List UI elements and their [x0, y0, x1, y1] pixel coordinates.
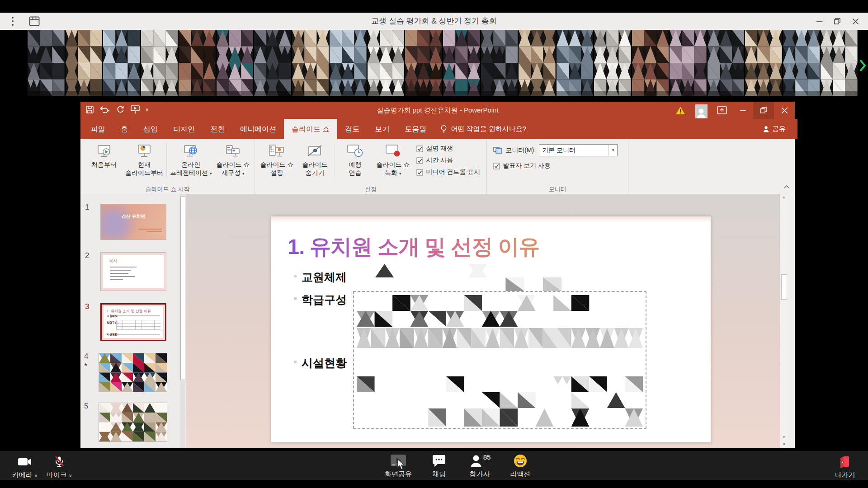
slide-canvas-area: 1. 유치원 소개 및 선정 이유 교원체제 학급구성 시설현황 ▲ ▼ — [186, 194, 788, 448]
chat-button[interactable]: 채팅 — [424, 454, 454, 479]
collapse-ribbon-icon[interactable] — [784, 182, 789, 190]
participants-icon — [470, 455, 482, 467]
ppt-restore-button[interactable] — [753, 102, 774, 119]
participant-video-tile[interactable] — [405, 30, 442, 96]
participant-video-tile[interactable] — [179, 30, 216, 96]
present-online-button[interactable]: 온라인 프레젠테이션 ▾ — [168, 141, 214, 178]
bullet-teacher-system[interactable]: 교원체제 — [302, 270, 347, 285]
checkbox-checked-icon — [493, 163, 500, 169]
slide-title-text[interactable]: 1. 유치원 소개 및 선정 이유 — [288, 233, 540, 261]
lightbulb-icon — [440, 125, 447, 134]
participant-video-tile[interactable] — [330, 30, 367, 96]
slide-thumbnail-2[interactable]: 목차 — [100, 252, 166, 291]
warning-icon[interactable] — [670, 102, 691, 119]
record-slideshow-button[interactable]: 슬라이드 쇼 녹화 ▾ — [374, 141, 412, 178]
slide-thumbnail-3-selected[interactable]: 1. 유치원 소개 및 선정 이유 교원체제 학급구성 시설현황 — [100, 303, 166, 341]
panel-scrollbar[interactable] — [180, 194, 185, 448]
participant-video-tile[interactable] — [821, 30, 858, 96]
use-presenter-view-checkbox[interactable]: 발표자 보기 사용 — [493, 162, 618, 170]
blurred-content — [357, 376, 643, 408]
tab-design[interactable]: 디자인 — [165, 119, 203, 139]
group-label: 모니터 — [487, 185, 628, 193]
tab-animations[interactable]: 애니메이션 — [232, 119, 284, 139]
scroll-up-icon[interactable]: ▲ — [780, 195, 788, 199]
restore-button[interactable] — [828, 13, 846, 30]
rehearse-timings-button[interactable]: 예행 연습 — [336, 141, 374, 177]
tab-transitions[interactable]: 전환 — [203, 119, 232, 139]
participant-video-tile[interactable] — [708, 30, 745, 96]
ppt-minimize-button[interactable] — [732, 102, 753, 119]
monitor-dropdown[interactable]: 기본 모니터 ▼ — [539, 144, 618, 156]
tab-help[interactable]: 도움말 — [397, 119, 434, 139]
participant-video-tile[interactable] — [557, 30, 594, 96]
from-current-slide-button[interactable]: 현재 슬라이드부터 — [123, 141, 165, 177]
tell-me-box[interactable]: 어떤 작업을 원하시나요? — [440, 119, 526, 139]
group-label: 설정 — [255, 185, 486, 193]
participant-video-tile[interactable] — [66, 30, 103, 96]
participant-video-tile[interactable] — [783, 30, 820, 96]
slide-number: 4 — [84, 352, 88, 361]
account-avatar[interactable] — [691, 102, 712, 119]
reactions-button[interactable]: 리액션 — [505, 454, 535, 479]
use-timings-checkbox[interactable]: 시간 사용 — [416, 156, 480, 164]
participant-video-tile[interactable] — [745, 30, 782, 96]
ppt-close-button[interactable] — [774, 102, 795, 119]
tab-view[interactable]: 보기 — [367, 119, 397, 139]
participant-video-tile[interactable] — [670, 30, 707, 96]
slide-thumbnail-5[interactable] — [99, 403, 167, 442]
participant-video-tile[interactable] — [28, 30, 65, 96]
participant-video-tile[interactable] — [368, 30, 405, 96]
mouse-cursor — [397, 459, 405, 470]
tab-home[interactable]: 홈 — [113, 119, 136, 139]
participant-video-tile[interactable] — [632, 30, 669, 96]
tab-slideshow[interactable]: 슬라이드 쇼 — [284, 119, 337, 139]
tab-insert[interactable]: 삽입 — [136, 119, 165, 139]
chevron-down-icon: ∨ — [69, 473, 72, 478]
hide-slide-button[interactable]: 슬라이드 숨기기 — [296, 141, 334, 177]
close-button[interactable] — [846, 13, 864, 30]
setup-slideshow-button[interactable]: 슬라이드 쇼 설정 — [258, 141, 296, 177]
vertical-scrollbar[interactable]: ▲ ▼ ≡ — [780, 194, 788, 448]
participants-button[interactable]: 85 참가자 — [465, 454, 495, 479]
checkbox-checked-icon — [416, 169, 423, 176]
scrollbar-thumb[interactable] — [781, 274, 787, 300]
participant-video-tile[interactable] — [254, 30, 291, 96]
slide-thumbnail-4[interactable] — [99, 353, 167, 392]
mic-button-muted[interactable]: 마이크 ∨ — [44, 455, 74, 479]
slide-thumbnail-1[interactable]: 경산 유치원 — [100, 204, 166, 240]
participant-video-tile[interactable] — [217, 30, 254, 96]
play-narrations-checkbox[interactable]: 설명 재생 — [416, 145, 480, 153]
chevron-down-icon: ∨ — [34, 473, 38, 478]
show-media-controls-checkbox[interactable]: 미디어 컨트롤 표시 — [416, 168, 480, 176]
setup-slideshow-icon — [268, 142, 285, 160]
bullet-class-composition[interactable]: 학급구성 — [302, 292, 347, 307]
powerpoint-window: ▾ 실습평가회 ppt 경산유치원 - PowerPoint — [80, 102, 795, 448]
screen-share-button[interactable]: 화면공유 — [383, 454, 413, 479]
participant-video-tile[interactable] — [103, 30, 140, 96]
selected-table-placeholder[interactable] — [353, 291, 646, 429]
scroll-down-icon[interactable]: ▼ — [780, 435, 788, 439]
current-slide[interactable]: 1. 유치원 소개 및 선정 이유 교원체제 학급구성 시설현황 — [271, 216, 711, 442]
minimize-button[interactable] — [810, 13, 828, 30]
ribbon-display-options-icon[interactable] — [712, 102, 732, 119]
screen-share-icon — [390, 454, 407, 468]
next-slide-icon[interactable]: ≡ — [780, 442, 788, 446]
bullet-facility-status[interactable]: 시설현황 — [302, 356, 347, 371]
participant-video-tile[interactable] — [292, 30, 329, 96]
camera-button[interactable]: 카메라 ∨ — [10, 455, 40, 479]
participant-video-tile[interactable] — [519, 30, 556, 96]
share-button[interactable]: 공유 — [763, 119, 786, 139]
laughing-emoji-icon — [514, 454, 527, 468]
from-beginning-button[interactable]: 처음부터 — [85, 141, 123, 169]
participant-video-tile[interactable] — [481, 30, 518, 96]
tab-file[interactable]: 파일 — [83, 119, 113, 139]
custom-slideshow-button[interactable]: 슬라이드 쇼 재구성 ▾ — [214, 141, 252, 178]
participant-video-tile[interactable] — [141, 30, 178, 96]
participant-video-tile[interactable] — [594, 30, 631, 96]
participant-video-tile[interactable] — [443, 30, 480, 96]
leave-button[interactable]: 나가기 — [830, 455, 860, 479]
filmstrip-next-icon[interactable] — [859, 59, 866, 74]
panel-scrollbar-thumb[interactable] — [180, 197, 185, 380]
tab-review[interactable]: 검토 — [337, 119, 367, 139]
custom-slideshow-icon — [225, 142, 241, 160]
